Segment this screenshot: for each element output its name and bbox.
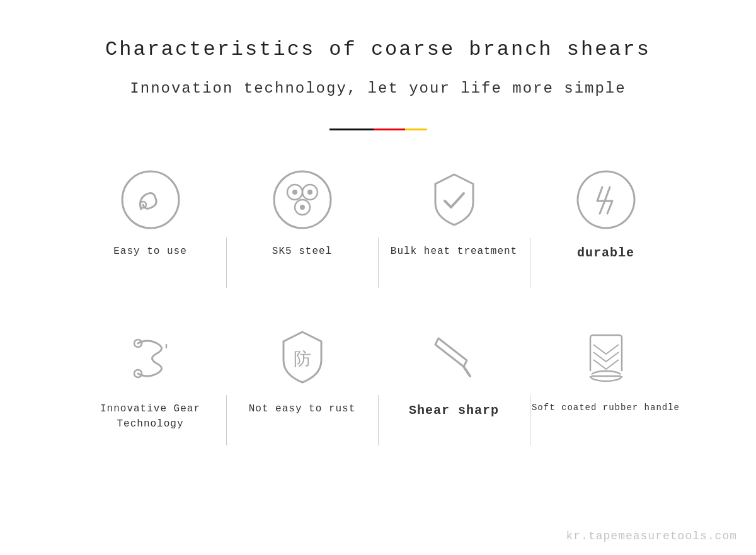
features-row-1: Easy to use SK5 steel	[0, 168, 756, 288]
feature-shear-sharp: Shear sharp	[379, 326, 530, 420]
page-subtitle: Innovation technology, let your life mor…	[130, 80, 626, 97]
gear-tech-label: Innovative Gear Technology	[100, 401, 200, 432]
shear-sharp-label: Shear sharp	[409, 401, 499, 420]
rubber-handle-icon	[575, 326, 638, 389]
feature-durable: durable	[530, 168, 682, 263]
feature-sk5-steel: SK5 steel	[227, 168, 378, 259]
page-title: Characteristics of coarse branch shears	[105, 38, 651, 61]
divider-seg-black	[329, 129, 374, 130]
no-rust-label: Not easy to rust	[249, 401, 356, 416]
watermark: kr.tapemeasuretools.com	[566, 530, 737, 542]
sk5-steel-icon	[271, 168, 334, 231]
sk5-steel-label: SK5 steel	[272, 244, 332, 259]
feature-heat-treatment: Bulk heat treatment	[379, 168, 530, 259]
durable-label: durable	[577, 244, 634, 263]
features-row-2: Innovative Gear Technology 防 Not easy to…	[0, 326, 756, 445]
rubber-handle-label: Soft coated rubber handle	[532, 401, 680, 415]
feature-no-rust: 防 Not easy to rust	[227, 326, 378, 416]
heat-treatment-icon	[423, 168, 486, 231]
feature-easy-to-use: Easy to use	[75, 168, 226, 259]
easy-to-use-icon	[119, 168, 182, 231]
no-rust-icon: 防	[271, 326, 334, 389]
divider-line	[329, 129, 427, 130]
divider-seg-yellow	[405, 129, 427, 130]
durable-icon	[575, 168, 638, 231]
svg-point-6	[292, 190, 297, 195]
svg-text:防: 防	[294, 349, 311, 369]
shear-sharp-icon	[423, 326, 486, 389]
gear-tech-icon	[119, 326, 182, 389]
svg-line-14	[464, 367, 470, 376]
feature-gear-tech: Innovative Gear Technology	[75, 326, 226, 432]
easy-to-use-label: Easy to use	[113, 244, 187, 259]
svg-point-7	[307, 190, 312, 195]
svg-point-0	[122, 171, 179, 228]
heat-treatment-label: Bulk heat treatment	[391, 244, 517, 259]
main-container: Characteristics of coarse branch shears …	[0, 0, 756, 555]
feature-rubber-handle: Soft coated rubber handle	[530, 326, 682, 415]
svg-point-8	[300, 205, 305, 210]
divider-seg-red	[374, 129, 405, 130]
